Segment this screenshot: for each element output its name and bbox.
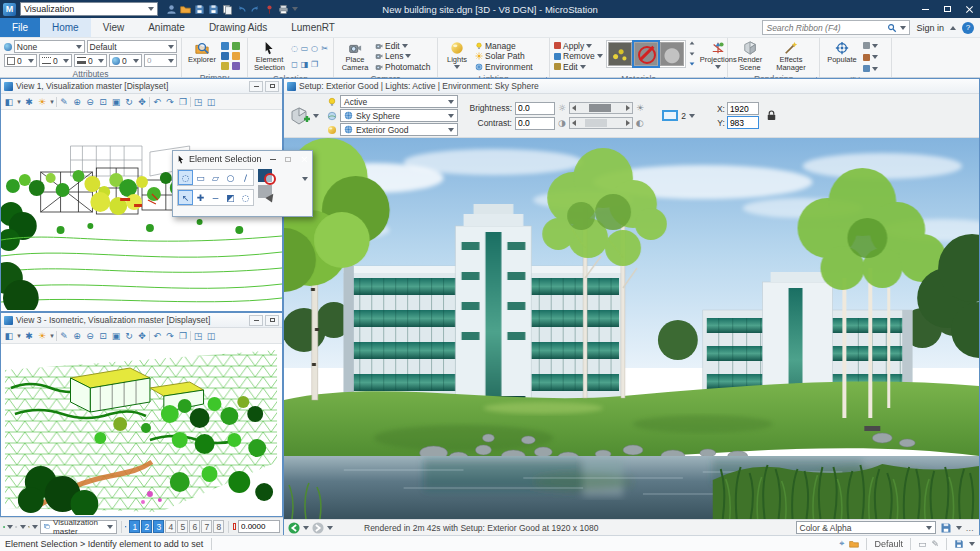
view-toggle-7[interactable]: 7 xyxy=(201,520,212,533)
environment-select[interactable]: Sky Sphere xyxy=(340,109,458,122)
apply-material-button[interactable]: Apply xyxy=(554,41,603,51)
clip-volume-icon[interactable]: ◳ xyxy=(192,95,204,109)
fence-block-icon[interactable]: ◌ xyxy=(290,42,299,56)
select-all-icon[interactable] xyxy=(258,185,272,198)
zoom-in-icon[interactable]: ⊕ xyxy=(71,95,83,109)
camera-lens-button[interactable]: Lens xyxy=(375,52,430,62)
save-icon[interactable] xyxy=(194,4,205,15)
back-icon[interactable] xyxy=(3,521,5,533)
tab-drawing-aids[interactable]: Drawing Aids xyxy=(197,18,279,37)
user-icon[interactable] xyxy=(166,4,177,15)
render-title-bar[interactable]: Setup: Exterior Good | Lights: Active | … xyxy=(284,79,979,94)
save-image-icon[interactable] xyxy=(940,522,952,534)
brightness-dropdown[interactable]: ▾ xyxy=(49,329,55,343)
copy-view-icon[interactable]: ❐ xyxy=(177,329,189,343)
material-thumb-plant[interactable] xyxy=(608,42,632,66)
ribbon-search[interactable] xyxy=(762,20,910,35)
brightness-slider[interactable] xyxy=(569,102,633,114)
clip-mask-icon[interactable]: ◫ xyxy=(205,329,217,343)
toolbar-separator[interactable] xyxy=(149,331,150,341)
active-level-value[interactable]: Default xyxy=(874,539,903,549)
forward-dropdown[interactable] xyxy=(20,525,26,529)
mode-subtract-icon[interactable]: − xyxy=(208,190,223,205)
fence-shape-icon[interactable]: ▭ xyxy=(300,42,309,56)
view-attributes-icon[interactable]: ✱ xyxy=(23,329,35,343)
antialias-select[interactable]: 2 xyxy=(662,110,695,121)
view-toggle-3[interactable]: 3 xyxy=(153,520,164,533)
gallery-more-icon[interactable] xyxy=(689,62,694,65)
gallery-up-icon[interactable] xyxy=(689,41,694,44)
minimize-button[interactable] xyxy=(914,0,936,18)
toolbar-separator[interactable] xyxy=(56,331,57,341)
render-forward-icon[interactable] xyxy=(312,522,324,534)
level-select[interactable]: Default xyxy=(87,40,177,53)
update-view-icon[interactable]: ✎ xyxy=(58,329,70,343)
remove-material-button[interactable]: Remove xyxy=(554,52,603,62)
line-style-select[interactable]: 0 xyxy=(39,54,72,67)
fit-view-icon[interactable]: ▣ xyxy=(110,329,122,343)
print-icon[interactable] xyxy=(278,4,289,15)
open-file-icon[interactable] xyxy=(180,4,191,15)
effects-manager-button[interactable]: Effects Manager xyxy=(771,40,811,72)
mode-invert-icon[interactable]: ◩ xyxy=(223,190,238,205)
view-next-icon[interactable]: ↷ xyxy=(164,329,176,343)
tab-lumenrt[interactable]: LumenRT xyxy=(279,18,347,37)
mode-add-icon[interactable]: ✚ xyxy=(193,190,208,205)
view-windows-icon[interactable] xyxy=(125,521,127,533)
x-size-input[interactable] xyxy=(727,102,759,115)
reality-mesh-icon[interactable] xyxy=(232,62,240,70)
color-select[interactable]: 0 xyxy=(4,54,37,67)
place-camera-button[interactable]: Place Camera xyxy=(338,40,372,72)
display-mode-dropdown[interactable]: ▾ xyxy=(16,95,22,109)
view-toggle-6[interactable]: 6 xyxy=(189,520,200,533)
zoom-out-icon[interactable]: ⊖ xyxy=(84,95,96,109)
method-shape-icon[interactable]: ▱ xyxy=(208,170,223,185)
view1-minimize-button[interactable] xyxy=(249,81,263,92)
view3-maximize-button[interactable] xyxy=(265,315,279,326)
transparency-select[interactable]: 0 xyxy=(109,54,142,67)
help-icon[interactable]: ? xyxy=(962,22,974,34)
method-block-icon[interactable]: ▭ xyxy=(193,170,208,185)
render-back-icon[interactable] xyxy=(288,522,300,534)
view-toggle-4[interactable]: 4 xyxy=(165,520,176,533)
displayset-cube-icon[interactable] xyxy=(954,539,964,549)
workflow-selector[interactable]: Visualization xyxy=(20,2,158,16)
point-clouds-icon[interactable] xyxy=(221,62,229,70)
populate-button[interactable]: Populate xyxy=(824,40,860,65)
toolbar-separator[interactable] xyxy=(149,97,150,107)
utility-tool-1[interactable] xyxy=(863,41,878,51)
line-weight-select[interactable]: 0 xyxy=(74,54,107,67)
maximize-button[interactable] xyxy=(936,0,958,18)
solar-path-button[interactable]: Solar Path xyxy=(475,52,533,62)
annotation-scale-icon[interactable]: ✎ xyxy=(931,539,939,549)
rotate-view-icon[interactable]: ↻ xyxy=(123,95,135,109)
fence-status-icon[interactable]: ▭ xyxy=(918,539,927,549)
material-thumb-none[interactable] xyxy=(634,42,658,66)
photomatch-button[interactable]: Photomatch xyxy=(375,62,430,72)
mode-clear-icon[interactable]: ◌ xyxy=(238,190,253,205)
render-viewport[interactable] xyxy=(284,138,979,519)
history-dropdown[interactable] xyxy=(32,525,38,529)
search-input[interactable] xyxy=(766,23,884,33)
raster-manager-icon[interactable] xyxy=(232,52,240,60)
zoom-in-icon[interactable]: ⊕ xyxy=(71,329,83,343)
search-dropdown-icon[interactable] xyxy=(900,26,906,30)
view3-viewport[interactable] xyxy=(1,344,282,515)
display-mode-select[interactable]: Color & Alpha xyxy=(796,521,936,534)
brightness-input[interactable] xyxy=(515,102,555,115)
sign-in-link[interactable]: Sign in xyxy=(916,23,944,33)
contrast-slider[interactable] xyxy=(569,117,633,129)
method-circle-icon[interactable]: ○ xyxy=(223,170,238,185)
adjust-brightness-icon[interactable]: ☀ xyxy=(36,95,48,109)
new-setup-button[interactable] xyxy=(290,106,319,126)
more-options-icon[interactable]: … xyxy=(966,523,976,533)
y-size-input[interactable] xyxy=(727,116,759,129)
active-template-icon[interactable] xyxy=(4,43,12,51)
view-toggle-8[interactable]: 8 xyxy=(213,520,224,533)
dialog-expand-icon[interactable] xyxy=(302,177,308,181)
brightness-dropdown[interactable]: ▾ xyxy=(49,95,55,109)
explorer-button[interactable]: Explorer xyxy=(186,40,218,65)
view-group-select[interactable]: Visualization master xyxy=(40,520,117,534)
dialog-minimize-button[interactable] xyxy=(270,159,276,160)
view-attributes-icon[interactable]: ✱ xyxy=(23,95,35,109)
